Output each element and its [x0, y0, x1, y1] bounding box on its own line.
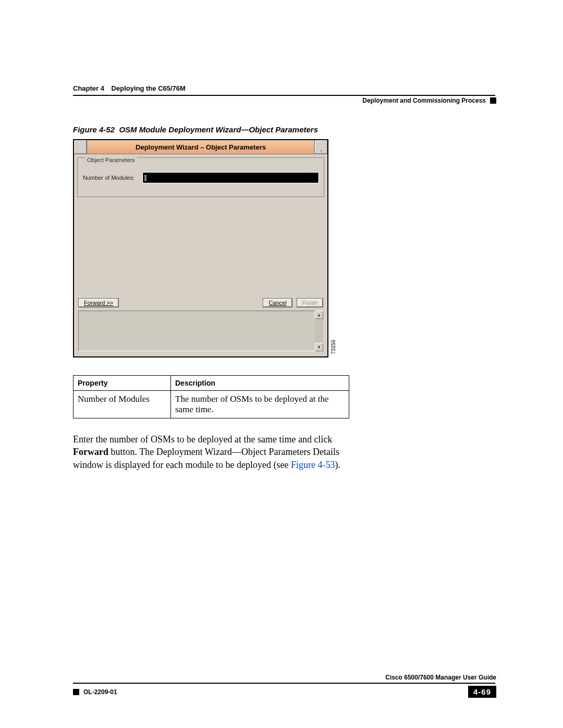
- footer-page: 4-69: [468, 686, 496, 698]
- figure-wrap: Deployment Wizard – Object Parameters ▪ …: [73, 139, 495, 357]
- para-text-1: Enter the number of OSMs to be deployed …: [73, 434, 332, 445]
- cancel-button[interactable]: Cancel: [263, 298, 292, 307]
- header-section: Deployment and Commissioning Process: [362, 97, 496, 104]
- minimize-icon[interactable]: ▪: [314, 140, 327, 154]
- para-text-3: ).: [335, 460, 340, 470]
- wizard-button-row: Forward >> Cancel Finish: [77, 296, 324, 310]
- system-menu-icon[interactable]: [74, 140, 87, 154]
- figure-number: Figure 4-52: [73, 125, 115, 134]
- cell-property: Number of Modules: [74, 391, 171, 418]
- para-bold-forward: Forward: [73, 447, 108, 457]
- figure-reference-link[interactable]: Figure 4-53: [291, 460, 335, 470]
- property-table: Property Description Number of Modules T…: [73, 375, 349, 418]
- document-page: Chapter 4 Deploying the C65/76M Deployme…: [0, 0, 563, 728]
- table-header-row: Property Description: [74, 376, 349, 391]
- section-title: Deployment and Commissioning Process: [362, 97, 486, 104]
- scroll-track[interactable]: [315, 319, 323, 343]
- page-number-badge: 4-69: [468, 686, 496, 698]
- wizard-titlebar: Deployment Wizard – Object Parameters ▪: [74, 140, 327, 154]
- th-description: Description: [171, 376, 349, 391]
- finish-button: Finish: [297, 298, 323, 307]
- modules-label: Number of Modules:: [83, 175, 134, 181]
- scroll-up-icon[interactable]: ▲: [315, 311, 323, 319]
- figure-caption: Figure 4-52 OSM Module Deployment Wizard…: [73, 125, 495, 134]
- text-cursor-icon: [144, 175, 146, 181]
- footer-rule: [73, 683, 495, 684]
- footer-marker-icon: [73, 689, 79, 695]
- chapter-title: Deploying the C65/76M: [112, 84, 186, 92]
- figure-image-id: 73156: [331, 340, 336, 354]
- figure-title: OSM Module Deployment Wizard—Object Para…: [119, 125, 318, 134]
- chapter-number: Chapter 4: [73, 84, 104, 92]
- wizard-log-area: ▲ ▼: [78, 311, 323, 351]
- wizard-window: Deployment Wizard – Object Parameters ▪ …: [73, 139, 328, 357]
- footer-guide-title: Cisco 6500/7600 Manager User Guide: [385, 674, 496, 681]
- doc-id: OL-2209-01: [83, 688, 117, 696]
- wizard-title: Deployment Wizard – Object Parameters: [87, 140, 314, 154]
- header-rule: [73, 95, 495, 96]
- log-content: [78, 311, 315, 351]
- cell-description: The number of OSMs to be deployed at the…: [171, 391, 349, 418]
- header-chapter: Chapter 4 Deploying the C65/76M: [73, 84, 186, 92]
- modules-row: Number of Modules:: [83, 172, 319, 183]
- table-row: Number of Modules The number of OSMs to …: [74, 391, 349, 418]
- object-parameters-group: Object Parameters Number of Modules:: [77, 157, 324, 197]
- th-property: Property: [74, 376, 171, 391]
- group-legend: Object Parameters: [85, 157, 137, 163]
- footer-doc-id: OL-2209-01: [73, 688, 117, 696]
- wizard-spacer: [77, 197, 324, 296]
- wizard-body: Object Parameters Number of Modules: For…: [74, 154, 327, 356]
- section-marker-icon: [490, 97, 496, 104]
- forward-button[interactable]: Forward >>: [78, 298, 119, 307]
- log-scrollbar[interactable]: ▲ ▼: [315, 311, 323, 351]
- scroll-down-icon[interactable]: ▼: [315, 343, 323, 351]
- body-paragraph: Enter the number of OSMs to be deployed …: [73, 433, 347, 471]
- number-of-modules-input[interactable]: [143, 172, 319, 183]
